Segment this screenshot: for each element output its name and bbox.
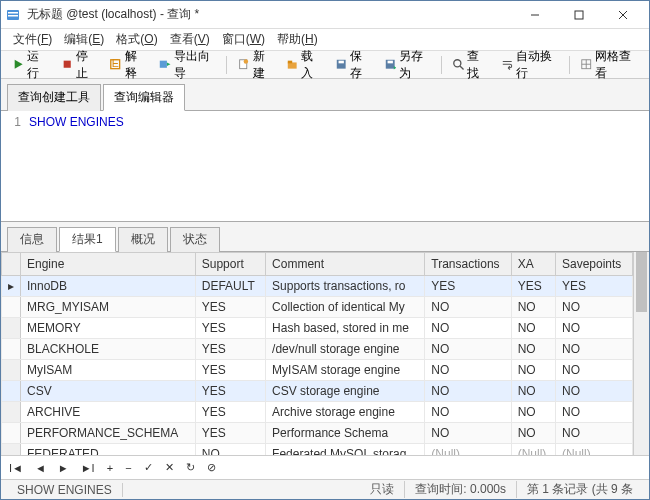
cell[interactable]: YES bbox=[195, 360, 265, 381]
cell[interactable]: NO bbox=[425, 360, 511, 381]
scrollbar-thumb[interactable] bbox=[636, 252, 647, 312]
nav-add[interactable]: + bbox=[105, 462, 115, 474]
table-row[interactable]: FEDERATEDNOFederated MySQL storag(Null)(… bbox=[2, 444, 633, 456]
cell[interactable]: NO bbox=[511, 297, 555, 318]
cell[interactable]: Supports transactions, ro bbox=[266, 276, 425, 297]
cell[interactable]: YES bbox=[195, 423, 265, 444]
cell[interactable]: NO bbox=[511, 423, 555, 444]
save-icon bbox=[335, 58, 347, 72]
cell[interactable]: NO bbox=[511, 381, 555, 402]
cell[interactable]: NO bbox=[556, 318, 633, 339]
cell[interactable]: NO bbox=[425, 297, 511, 318]
table-row[interactable]: ARCHIVEYESArchive storage engineNONONO bbox=[2, 402, 633, 423]
cell[interactable]: NO bbox=[425, 423, 511, 444]
cell[interactable]: CSV bbox=[21, 381, 196, 402]
record-navigator: I◄ ◄ ► ►I + − ✓ ✕ ↻ ⊘ bbox=[1, 455, 649, 479]
cell[interactable]: (Null) bbox=[511, 444, 555, 456]
cell[interactable]: YES bbox=[425, 276, 511, 297]
minimize-button[interactable] bbox=[513, 1, 557, 29]
result-grid[interactable]: EngineSupportCommentTransactionsXASavepo… bbox=[1, 252, 633, 455]
table-row[interactable]: MyISAMYESMyISAM storage engineNONONO bbox=[2, 360, 633, 381]
sql-editor[interactable]: 1 SHOW ENGINES bbox=[1, 111, 649, 221]
cell[interactable]: InnoDB bbox=[21, 276, 196, 297]
tab-info[interactable]: 信息 bbox=[7, 227, 57, 252]
cell[interactable]: NO bbox=[556, 297, 633, 318]
tab-query-builder[interactable]: 查询创建工具 bbox=[7, 84, 101, 111]
nav-stop[interactable]: ⊘ bbox=[205, 461, 218, 474]
cell[interactable]: NO bbox=[511, 318, 555, 339]
status-record: 第 1 条记录 (共 9 条 bbox=[517, 481, 643, 498]
cell[interactable]: MyISAM storage engine bbox=[266, 360, 425, 381]
nav-next[interactable]: ► bbox=[56, 462, 71, 474]
column-header[interactable]: Comment bbox=[266, 253, 425, 276]
svg-rect-15 bbox=[288, 62, 297, 68]
nav-check[interactable]: ✓ bbox=[142, 461, 155, 474]
tab-status[interactable]: 状态 bbox=[170, 227, 220, 252]
maximize-button[interactable] bbox=[557, 1, 601, 29]
cell[interactable]: Archive storage engine bbox=[266, 402, 425, 423]
cell[interactable]: MEMORY bbox=[21, 318, 196, 339]
status-time: 查询时间: 0.000s bbox=[405, 481, 517, 498]
table-row[interactable]: BLACKHOLEYES/dev/null storage engineNONO… bbox=[2, 339, 633, 360]
cell[interactable]: Hash based, stored in me bbox=[266, 318, 425, 339]
cell[interactable]: (Null) bbox=[556, 444, 633, 456]
nav-delete[interactable]: − bbox=[123, 462, 133, 474]
nav-first[interactable]: I◄ bbox=[7, 462, 25, 474]
close-button[interactable] bbox=[601, 1, 645, 29]
table-row[interactable]: PERFORMANCE_SCHEMAYESPerformance SchemaN… bbox=[2, 423, 633, 444]
vertical-scrollbar[interactable] bbox=[633, 252, 649, 455]
cell[interactable]: PERFORMANCE_SCHEMA bbox=[21, 423, 196, 444]
cell[interactable]: NO bbox=[556, 381, 633, 402]
cell[interactable]: BLACKHOLE bbox=[21, 339, 196, 360]
column-header[interactable]: Support bbox=[195, 253, 265, 276]
table-row[interactable]: ▸InnoDBDEFAULTSupports transactions, roY… bbox=[2, 276, 633, 297]
cell[interactable]: NO bbox=[511, 339, 555, 360]
tab-query-editor[interactable]: 查询编辑器 bbox=[103, 84, 185, 111]
cell[interactable]: Performance Schema bbox=[266, 423, 425, 444]
cell[interactable]: NO bbox=[556, 360, 633, 381]
cell[interactable]: NO bbox=[425, 318, 511, 339]
cell[interactable]: NO bbox=[425, 402, 511, 423]
nav-refresh[interactable]: ↻ bbox=[184, 461, 197, 474]
cell[interactable]: /dev/null storage engine bbox=[266, 339, 425, 360]
column-header[interactable]: XA bbox=[511, 253, 555, 276]
table-row[interactable]: MEMORYYESHash based, stored in meNONONO bbox=[2, 318, 633, 339]
nav-cancel[interactable]: ✕ bbox=[163, 461, 176, 474]
cell[interactable]: DEFAULT bbox=[195, 276, 265, 297]
cell[interactable]: NO bbox=[195, 444, 265, 456]
cell[interactable]: ARCHIVE bbox=[21, 402, 196, 423]
cell[interactable]: NO bbox=[511, 402, 555, 423]
svg-text:E: E bbox=[112, 58, 119, 69]
column-header[interactable]: Savepoints bbox=[556, 253, 633, 276]
cell[interactable]: NO bbox=[556, 402, 633, 423]
cell[interactable]: Collection of identical My bbox=[266, 297, 425, 318]
table-row[interactable]: MRG_MYISAMYESCollection of identical MyN… bbox=[2, 297, 633, 318]
cell[interactable]: NO bbox=[556, 339, 633, 360]
nav-last[interactable]: ►I bbox=[79, 462, 97, 474]
cell[interactable]: YES bbox=[511, 276, 555, 297]
nav-prev[interactable]: ◄ bbox=[33, 462, 48, 474]
cell[interactable]: YES bbox=[195, 318, 265, 339]
status-readonly: 只读 bbox=[360, 481, 405, 498]
cell[interactable]: YES bbox=[195, 402, 265, 423]
cell[interactable]: YES bbox=[195, 339, 265, 360]
table-row[interactable]: CSVYESCSV storage engineNONONO bbox=[2, 381, 633, 402]
cell[interactable]: FEDERATED bbox=[21, 444, 196, 456]
cell[interactable]: YES bbox=[556, 276, 633, 297]
cell[interactable]: NO bbox=[556, 423, 633, 444]
cell[interactable]: NO bbox=[511, 360, 555, 381]
cell[interactable]: CSV storage engine bbox=[266, 381, 425, 402]
column-header[interactable]: Engine bbox=[21, 253, 196, 276]
tab-result1[interactable]: 结果1 bbox=[59, 227, 116, 252]
tab-profile[interactable]: 概况 bbox=[118, 227, 168, 252]
cell[interactable]: YES bbox=[195, 381, 265, 402]
cell[interactable]: YES bbox=[195, 297, 265, 318]
line-number: 1 bbox=[5, 115, 29, 129]
cell[interactable]: MRG_MYISAM bbox=[21, 297, 196, 318]
cell[interactable]: NO bbox=[425, 339, 511, 360]
cell[interactable]: Federated MySQL storag bbox=[266, 444, 425, 456]
column-header[interactable]: Transactions bbox=[425, 253, 511, 276]
cell[interactable]: (Null) bbox=[425, 444, 511, 456]
cell[interactable]: MyISAM bbox=[21, 360, 196, 381]
cell[interactable]: NO bbox=[425, 381, 511, 402]
